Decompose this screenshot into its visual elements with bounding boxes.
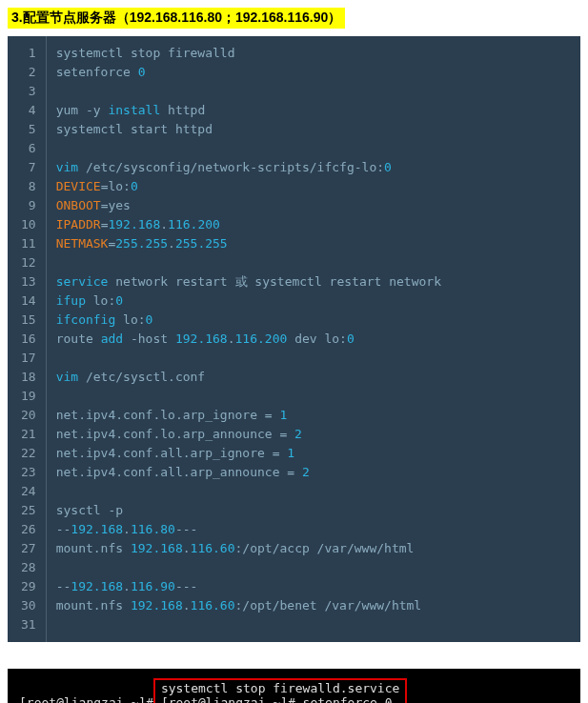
highlighted-command: systemctl stop firewalld.service[root@li… <box>153 678 407 703</box>
terminal-cmd: setenforce 0 <box>295 695 393 703</box>
terminal-line: [root@liangzai ~]# systemctl stop firewa… <box>19 678 569 703</box>
code-block: 1234567891011121314151617181920212223242… <box>8 36 580 642</box>
terminal-prompt: [root@liangzai ~]# <box>19 695 153 703</box>
terminal-prompt: [root@liangzai ~]# <box>161 695 295 703</box>
terminal-screenshot: [root@liangzai ~]# systemctl stop firewa… <box>8 669 580 703</box>
terminal-cmd: systemctl stop firewalld.service <box>161 681 399 695</box>
code-content: systemctl stop firewalldsetenforce 0 yum… <box>47 36 580 642</box>
section-heading: 3.配置节点服务器（192.168.116.80；192.168.116.90） <box>8 8 345 29</box>
line-gutter: 1234567891011121314151617181920212223242… <box>8 36 47 642</box>
